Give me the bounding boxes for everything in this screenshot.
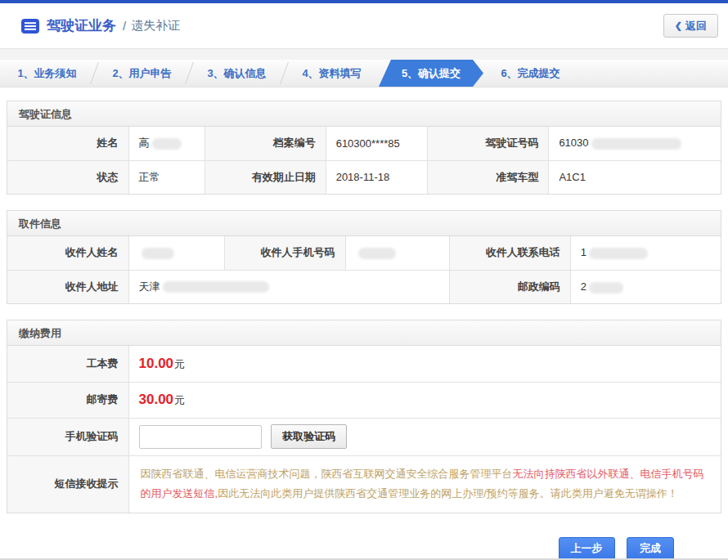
- pickup-section-title: 取件信息: [7, 211, 721, 236]
- page-title: 驾驶证业务: [47, 16, 116, 35]
- redacted-blur: [142, 248, 174, 259]
- currency-unit: 元: [174, 394, 185, 406]
- back-button-label: 返回: [685, 19, 707, 34]
- pickup-info-table: 收件人姓名 收件人手机号码 收件人联系电话 1 收件人地址 天津 邮政编码: [7, 236, 721, 303]
- recipient-address-value: 天津: [128, 270, 449, 303]
- recipient-address-label: 收件人地址: [7, 270, 128, 303]
- breadcrumb: 驾驶证业务 / 遗失补证: [21, 16, 663, 35]
- table-row: 姓名 高 档案编号 610300****85 驾驶证号码 61030: [7, 127, 721, 160]
- table-row: 收件人姓名 收件人手机号码 收件人联系电话 1: [7, 236, 721, 270]
- table-row: 邮寄费 30.00元: [7, 382, 721, 418]
- name-label: 姓名: [7, 127, 128, 160]
- wizard-steps: 1、业务须知 2、用户申告 3、确认信息 4、资料填写 5、确认提交 6、完成提…: [0, 60, 728, 87]
- recipient-name-label: 收件人姓名: [7, 236, 128, 270]
- postage-fee-value: 30.00元: [128, 382, 721, 418]
- fees-section: 缴纳费用 工本费 10.00元 邮寄费 30.00元 手机验证码 获取验证码: [7, 320, 721, 513]
- table-row: 短信接收提示 因陕西省联通、电信运营商技术问题，陕西省互联网交通安全综合服务管理…: [7, 455, 721, 513]
- fees-table: 工本费 10.00元 邮寄费 30.00元 手机验证码 获取验证码 短信接收提: [7, 346, 721, 513]
- get-code-button[interactable]: 获取验证码: [271, 424, 347, 449]
- header-spacer: [0, 49, 728, 60]
- redacted-blur: [358, 248, 396, 259]
- redacted-blur: [591, 138, 681, 150]
- sms-notice-part1: 因陕西省联通、电信运营商技术问题，陕西省互联网交通安全综合服务管理平台: [141, 468, 513, 480]
- redacted-blur: [589, 248, 648, 259]
- recipient-mobile-value: [345, 236, 449, 270]
- license-number-text: 61030: [559, 137, 588, 149]
- redacted-blur: [589, 282, 623, 293]
- footer-actions: 上一步 完成: [7, 529, 721, 560]
- step-5-confirm-submit-active[interactable]: 5、确认提交: [379, 60, 483, 87]
- redacted-blur: [152, 138, 182, 150]
- postage-fee-amount: 30.00: [139, 392, 174, 407]
- recipient-phone-text: 1: [581, 246, 586, 258]
- sms-code-label: 手机验证码: [7, 418, 128, 455]
- vehicle-class-label: 准驾车型: [428, 160, 549, 194]
- postcode-label: 邮政编码: [449, 270, 570, 303]
- sms-notice-label: 短信接收提示: [7, 455, 128, 513]
- recipient-address-text: 天津: [139, 280, 160, 293]
- step-2-user-declaration[interactable]: 2、用户申告: [95, 60, 189, 87]
- back-button[interactable]: ❮ 返回: [663, 14, 718, 38]
- license-section-title: 驾驶证信息: [7, 101, 721, 127]
- license-number-label: 驾驶证号码: [428, 127, 549, 160]
- step-6-complete-submit[interactable]: 6、完成提交: [483, 60, 577, 87]
- recipient-phone-label: 收件人联系电话: [449, 236, 570, 270]
- chevron-left-icon: ❮: [675, 20, 682, 31]
- recipient-name-value: [128, 236, 224, 270]
- previous-step-button[interactable]: 上一步: [559, 537, 615, 560]
- page-header: 驾驶证业务 / 遗失补证 ❮ 返回: [0, 3, 728, 49]
- status-label: 状态: [7, 160, 128, 194]
- step-1-business-notice[interactable]: 1、业务须知: [0, 60, 94, 87]
- postage-fee-label: 邮寄费: [7, 382, 128, 418]
- expiry-date-value: 2018-11-18: [326, 160, 428, 194]
- postcode-text: 2: [581, 280, 586, 293]
- name-value: 高: [128, 127, 204, 160]
- production-fee-amount: 10.00: [139, 356, 174, 371]
- sms-code-input[interactable]: [139, 425, 262, 449]
- step-4-fill-materials[interactable]: 4、资料填写: [285, 60, 379, 87]
- currency-unit: 元: [174, 358, 185, 370]
- recipient-phone-value: 1: [570, 236, 721, 270]
- table-row: 工本费 10.00元: [7, 346, 721, 382]
- license-number-value: 61030: [549, 127, 721, 160]
- file-number-value: 610300****85: [326, 127, 428, 160]
- postcode-value: 2: [570, 270, 721, 303]
- license-info-section: 驾驶证信息 姓名 高 档案编号 610300****85 驾驶证号码 61030…: [7, 101, 721, 195]
- recipient-mobile-label: 收件人手机号码: [224, 236, 345, 270]
- table-row: 手机验证码 获取验证码: [7, 418, 721, 455]
- production-fee-label: 工本费: [7, 346, 128, 382]
- redacted-blur: [163, 281, 269, 293]
- production-fee-value: 10.00元: [128, 346, 721, 382]
- table-row: 状态 正常 有效期止日期 2018-11-18 准驾车型 A1C1: [7, 160, 721, 194]
- breadcrumb-separator: /: [123, 19, 126, 33]
- main-content: 驾驶证信息 姓名 高 档案编号 610300****85 驾驶证号码 61030…: [0, 87, 728, 560]
- name-text: 高: [139, 137, 150, 149]
- breadcrumb-current: 遗失补证: [131, 18, 180, 34]
- fees-section-title: 缴纳费用: [7, 320, 721, 346]
- table-row: 收件人地址 天津 邮政编码 2: [7, 270, 721, 303]
- step-3-confirm-info[interactable]: 3、确认信息: [190, 60, 284, 87]
- list-icon: [21, 19, 39, 34]
- license-info-table: 姓名 高 档案编号 610300****85 驾驶证号码 61030 状态 正常…: [7, 127, 721, 194]
- vehicle-class-value: A1C1: [549, 160, 721, 194]
- sms-code-cell: 获取验证码: [128, 418, 721, 455]
- file-number-label: 档案编号: [204, 127, 326, 160]
- sms-notice-text: 因陕西省联通、电信运营商技术问题，陕西省互联网交通安全综合服务管理平台无法向持陕…: [128, 455, 721, 513]
- status-value: 正常: [128, 160, 204, 194]
- expiry-date-label: 有效期止日期: [204, 160, 326, 194]
- pickup-info-section: 取件信息 收件人姓名 收件人手机号码 收件人联系电话 1 收件人地址 天津: [7, 210, 721, 304]
- finish-button[interactable]: 完成: [627, 537, 674, 560]
- sms-notice-part3: 因此无法向此类用户提供陕西省交通管理业务的网上办理/预约等服务。请此类用户避免无…: [218, 487, 678, 500]
